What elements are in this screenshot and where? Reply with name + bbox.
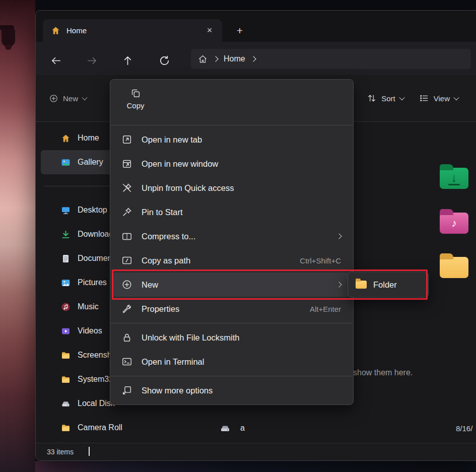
menu-item-label: Open in new tab	[142, 135, 202, 145]
download-arrow-glyph: ↓	[451, 172, 457, 184]
sidebar-item-label: Music	[78, 302, 99, 311]
folder-icon	[61, 375, 71, 384]
menu-item-pin-to-start[interactable]: Pin to Start	[113, 200, 351, 224]
copy-as-path-icon	[121, 255, 132, 266]
empty-state-hint: show them here.	[353, 368, 413, 377]
menu-item-label: Properties	[142, 304, 179, 314]
menu-item-open-in-terminal[interactable]: Open in Terminal	[113, 350, 351, 374]
file-date: 8/16/	[456, 424, 472, 433]
status-bar: 33 items	[36, 443, 476, 460]
submenu-chevron-icon	[336, 233, 342, 239]
submenu-item-folder[interactable]: Folder	[373, 280, 397, 290]
new-folder-submenu: Folder	[348, 272, 429, 298]
menu-item-properties[interactable]: Properties Alt+Enter	[113, 297, 351, 321]
show-more-options-icon	[121, 385, 132, 396]
home-tab-icon	[51, 26, 60, 35]
documents-icon	[61, 254, 71, 263]
folder-icon	[61, 351, 71, 360]
menu-item-compress-to[interactable]: Compress to...	[113, 224, 351, 248]
sidebar-item-label: Pictures	[78, 278, 107, 287]
up-button[interactable]	[118, 51, 137, 70]
ibeam-cursor	[89, 447, 90, 456]
menu-separator	[111, 323, 353, 323]
downloads-folder-icon[interactable]: ↓	[440, 168, 468, 189]
sort-icon	[367, 93, 377, 103]
download-arrow-base	[448, 184, 460, 185]
menu-item-copy-as-path[interactable]: Copy as path Ctrl+Shift+C	[113, 248, 351, 273]
lock-icon	[121, 332, 132, 343]
context-menu: Copy Open in new tab Open in new window …	[110, 79, 354, 405]
refresh-button[interactable]	[155, 51, 174, 70]
menu-item-label: Unlock with File Locksmith	[142, 333, 239, 343]
menu-item-shortcut: Alt+Enter	[310, 305, 341, 313]
menu-item-unpin-from-quick-access[interactable]: Unpin from Quick access	[113, 176, 351, 200]
new-button-label: New	[63, 94, 78, 103]
menu-item-label: Open in new window	[142, 159, 218, 169]
items-count: 33 items	[47, 448, 74, 456]
sidebar-item-label: Camera Roll	[78, 423, 122, 432]
videos-icon	[61, 326, 71, 336]
open-in-new-window-icon	[121, 158, 132, 169]
context-menu-quick-actions: Copy	[110, 82, 353, 123]
menu-item-open-in-new-tab[interactable]: Open in new tab	[113, 127, 351, 152]
menu-separator	[111, 376, 353, 376]
folder-icon[interactable]	[440, 257, 468, 278]
menu-item-label: Pin to Start	[142, 208, 183, 217]
menu-item-unlock-with-file-locksmith[interactable]: Unlock with File Locksmith	[113, 325, 351, 350]
new-tab-button[interactable]: +	[232, 23, 248, 39]
menu-item-label: New	[142, 280, 158, 290]
chevron-down-icon	[399, 95, 404, 100]
menu-item-label: Show more options	[142, 386, 213, 395]
music-folder-icon[interactable]: ♪	[440, 213, 468, 234]
breadcrumb-home-icon	[198, 54, 208, 64]
compress-icon	[121, 231, 132, 242]
desktop-wallpaper-bottom	[35, 461, 476, 472]
sidebar-item-label: Gallery	[78, 158, 103, 167]
view-button-label: View	[434, 94, 450, 103]
navigation-bar: Home	[36, 42, 476, 75]
sidebar-item-label: Videos	[78, 326, 102, 335]
forward-button[interactable]	[82, 51, 101, 70]
desktop-icon	[61, 206, 71, 215]
pin-icon	[121, 207, 132, 218]
copy-label: Copy	[126, 101, 144, 110]
view-button[interactable]: View	[419, 93, 458, 103]
music-icon	[61, 302, 71, 312]
drive-file-icon	[219, 422, 231, 434]
tab-home[interactable]: Home ×	[43, 19, 222, 42]
sort-button[interactable]: Sort	[367, 93, 404, 103]
chevron-down-icon	[453, 95, 459, 100]
menu-item-show-more-options[interactable]: Show more options	[113, 378, 351, 402]
copy-button[interactable]: Copy	[119, 85, 152, 113]
tab-close-icon[interactable]: ×	[203, 24, 216, 37]
file-row[interactable]: a	[219, 422, 245, 434]
menu-item-label: Unpin from Quick access	[142, 183, 234, 193]
sidebar-item-label: Desktop	[78, 206, 107, 215]
sidebar-item-label: Local Disk	[78, 399, 115, 408]
plus-circle-icon	[49, 94, 58, 103]
submenu-chevron-icon	[336, 282, 342, 287]
sidebar-item-label: Home	[78, 133, 99, 143]
folder-icon	[61, 423, 71, 433]
sidebar-item-camera-roll[interactable]: Camera Roll	[41, 416, 154, 440]
folder-icon	[356, 281, 367, 289]
menu-item-label: Copy as path	[142, 256, 190, 265]
back-button[interactable]	[46, 51, 65, 70]
address-bar[interactable]: Home	[191, 49, 471, 69]
music-note-glyph: ♪	[451, 217, 457, 229]
breadcrumb-chevron-icon[interactable]	[250, 56, 256, 61]
new-button[interactable]: New	[49, 89, 87, 107]
drive-icon	[61, 399, 71, 409]
new-item-icon	[121, 279, 132, 290]
sort-button-label: Sort	[381, 94, 395, 103]
menu-item-new[interactable]: New	[113, 273, 351, 297]
breadcrumb-home[interactable]: Home	[224, 54, 245, 63]
downloads-icon	[61, 230, 71, 239]
open-in-new-tab-icon	[121, 134, 132, 145]
view-list-icon	[419, 93, 429, 103]
menu-item-open-in-new-window[interactable]: Open in new window	[113, 152, 351, 176]
properties-icon	[121, 303, 132, 314]
menu-item-label: Compress to...	[142, 232, 195, 241]
menu-item-label: Open in Terminal	[142, 357, 204, 367]
desktop-wallpaper	[0, 0, 35, 472]
